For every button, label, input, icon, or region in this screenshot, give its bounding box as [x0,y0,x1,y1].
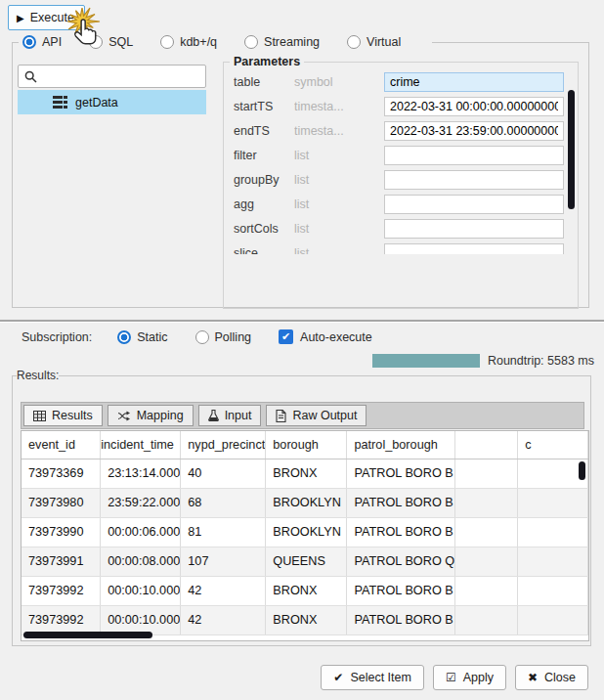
table-cell: 73973990 [22,517,101,547]
horizontal-scrollbar-thumb[interactable] [23,632,152,638]
mode-option-label: Virtual [367,35,401,49]
radio-icon [195,330,209,344]
mode-option-sql[interactable]: SQL [89,35,133,49]
table-row[interactable]: 7397399200:00:10.00042BRONXPATROL BORO B [22,605,588,634]
param-type: list [294,149,384,162]
table-cell: BRONX [266,576,347,605]
close-button[interactable]: ✖ Close [515,665,588,690]
table-cell: PATROL BORO B [347,517,455,547]
parameters-legend: Parameters [230,55,304,68]
mode-option-virtual[interactable]: Virtual [347,35,401,49]
table-cell: PATROL BORO B [347,605,455,634]
apply-button[interactable]: ☑ Apply [433,665,506,690]
table-cell: PATROL BORO B [347,488,455,517]
api-item-list: getData [18,90,206,114]
close-icon: ✖ [528,671,538,684]
execute-button-label: Execute [30,11,74,24]
subscription-option-label: Polling [215,330,252,344]
results-table-container: event_idincident_timenypd_precinctboroug… [21,430,589,641]
subscription-label: Subscription: [22,330,92,344]
radio-icon [160,35,174,49]
results-table: event_idincident_timenypd_precinctboroug… [22,431,588,635]
column-header-patrol_borough[interactable]: patrol_borough [347,431,455,459]
results-tab-mapping[interactable]: Mapping [108,405,194,426]
param-input-slice[interactable] [384,243,564,254]
table-row[interactable]: 7397399000:00:06.00081BROOKLYNPATROL BOR… [22,517,588,547]
subscription-row: Subscription: StaticPolling ✔ Auto-execu… [22,329,372,344]
param-input-groupBy[interactable] [384,170,564,190]
table-row[interactable]: 7397399100:00:08.000107QUEENSPATROL BORO… [22,547,588,576]
subscription-option-polling[interactable]: Polling [195,330,252,344]
roundtrip-progress-bar [372,354,480,368]
results-tab-raw-output[interactable]: Raw Output [266,405,367,426]
auto-execute-checkbox[interactable]: ✔ Auto-execute [279,329,372,344]
column-header-event_id[interactable]: event_id [22,431,101,459]
radio-icon [117,330,131,344]
vertical-scrollbar-thumb[interactable] [579,461,585,480]
column-header-label: incident_time [101,438,174,452]
mode-option-kdb-q[interactable]: kdb+/q [160,35,217,49]
search-box[interactable] [18,65,206,88]
column-header-borough[interactable]: borough [266,431,347,459]
table-cell: 73973991 [22,547,101,576]
param-input-filter[interactable] [384,146,564,165]
mode-option-label: kdb+/q [180,35,217,49]
table-cell: 40 [181,459,266,488]
execute-button[interactable]: ▶ Execute [8,5,85,30]
table-cell [518,547,588,576]
mode-radio-group: APISQLkdb+/qStreamingVirtual [22,35,428,49]
table-cell: 00:00:10.000 [101,605,181,634]
subscription-option-static[interactable]: Static [117,330,167,344]
param-row-endTS: endTStimesta... [234,121,564,141]
param-input-endTS[interactable] [384,121,564,141]
table-cell: BROOKLYN [266,517,347,547]
api-item-getData[interactable]: getData [18,90,206,114]
play-icon: ▶ [17,13,24,23]
table-cell [455,488,518,517]
parameters-scrollbar[interactable] [568,90,575,209]
select-item-button[interactable]: ✔ Select Item [321,665,424,690]
column-header-incident_time[interactable]: incident_time [101,431,181,459]
results-tab-results[interactable]: Results [23,405,103,426]
table-cell [455,547,518,576]
table-cell: 107 [181,547,266,576]
api-item-label: getData [75,96,118,109]
tab-label: Input [225,409,252,422]
section-divider [0,320,604,323]
results-fieldset: Results: ResultsMappingInputRaw Output e… [12,369,591,646]
table-cell: 42 [181,605,266,634]
param-input-startTS[interactable] [384,97,564,116]
search-input[interactable] [42,69,199,83]
param-input-table[interactable] [384,72,564,92]
table-row[interactable]: 7397399200:00:10.00042BRONXPATROL BORO B [22,576,588,605]
param-input-sortCols[interactable] [384,219,564,239]
tab-label: Mapping [137,409,184,422]
tab-label: Raw Output [292,409,357,422]
param-input-agg[interactable] [384,195,564,214]
param-name: endTS [234,124,294,138]
param-type: list [294,173,384,187]
table-cell [518,517,588,547]
param-name: filter [234,149,294,162]
results-tab-input[interactable]: Input [198,405,262,426]
table-cell: 00:00:06.000 [101,517,181,547]
column-header-blank[interactable] [455,431,518,459]
check-icon: ✔ [333,671,343,684]
parameters-rows: tablesymbolstartTStimesta...endTStimesta… [234,72,564,254]
table-header-row: event_idincident_timenypd_precinctboroug… [22,431,588,459]
table-row[interactable]: 7397336923:13:14.00040BRONXPATROL BORO B [22,459,588,488]
table-grid-icon [33,411,46,421]
table-row[interactable]: 7397398023:59:22.00068BROOKLYNPATROL BOR… [22,488,588,517]
table-cell [518,576,588,605]
table-cell: BROOKLYN [266,488,347,517]
subscription-radio-group: StaticPolling [117,330,279,344]
parameters-fieldset: Parameters tablesymbolstartTStimesta...e… [223,55,579,309]
param-row-table: tablesymbol [234,72,564,92]
mode-option-api[interactable]: API [22,35,62,49]
param-row-slice: slicelist [234,243,564,254]
mode-option-streaming[interactable]: Streaming [244,35,320,49]
column-header-nypd_precinct[interactable]: nypd_precinct [181,431,266,459]
table-cell: 00:00:10.000 [101,576,181,605]
column-header-c[interactable]: c [518,431,588,459]
param-name: slice [234,246,294,254]
